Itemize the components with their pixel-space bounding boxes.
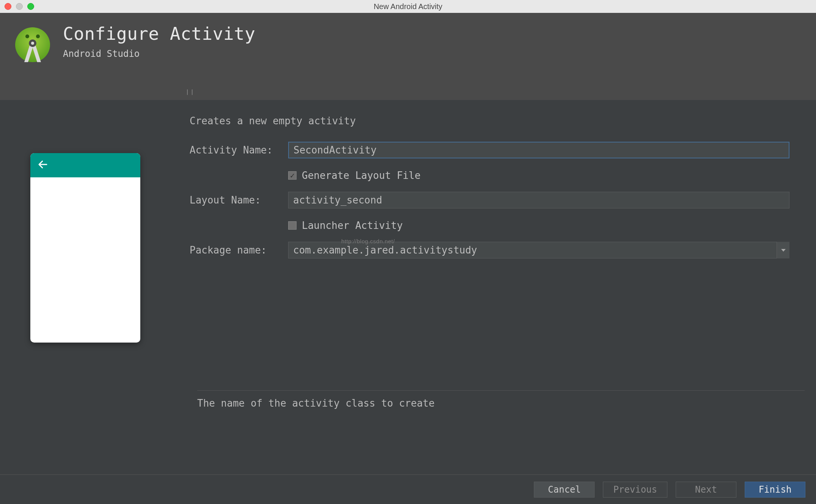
wizard-body: Creates a new empty activity Activity Na… xyxy=(0,100,816,343)
launcher-activity-checkbox[interactable] xyxy=(288,221,297,230)
wizard-subtitle: Android Studio xyxy=(63,49,256,59)
wizard-title: Configure Activity xyxy=(63,23,256,44)
android-studio-logo-icon xyxy=(14,26,52,64)
help-separator xyxy=(197,390,805,391)
window-minimize-button[interactable] xyxy=(16,3,23,10)
layout-name-label: Layout Name: xyxy=(190,194,288,206)
window-controls xyxy=(5,3,34,10)
form-column: Creates a new empty activity Activity Na… xyxy=(190,115,805,343)
activity-preview xyxy=(30,153,140,343)
svg-point-1 xyxy=(25,34,29,38)
window-title: New Android Activity xyxy=(0,2,816,11)
launcher-activity-label: Launcher Activity xyxy=(302,220,403,231)
cancel-button[interactable]: Cancel xyxy=(534,482,595,498)
generate-layout-checkbox[interactable] xyxy=(288,171,297,180)
layout-name-input[interactable] xyxy=(288,192,789,208)
package-name-label: Package name: xyxy=(190,244,288,256)
next-button[interactable]: Next xyxy=(676,482,736,498)
window-close-button[interactable] xyxy=(5,3,11,10)
wizard-header: Configure Activity Android Studio || xyxy=(0,13,816,100)
resize-grip: || xyxy=(186,89,195,95)
titlebar: New Android Activity xyxy=(0,0,816,13)
finish-button[interactable]: Finish xyxy=(745,482,805,498)
activity-name-input[interactable] xyxy=(288,142,789,158)
form-description: Creates a new empty activity xyxy=(190,115,789,127)
preview-column xyxy=(30,115,159,343)
svg-point-4 xyxy=(31,42,34,45)
wizard-footer: Cancel Previous Next Finish xyxy=(0,474,816,504)
preview-appbar xyxy=(30,153,140,177)
activity-name-label: Activity Name: xyxy=(190,144,288,156)
window-maximize-button[interactable] xyxy=(27,3,34,10)
help-text: The name of the activity class to create xyxy=(197,398,805,409)
package-name-dropdown-button[interactable] xyxy=(777,242,789,258)
generate-layout-label: Generate Layout File xyxy=(302,170,421,181)
watermark-text: http://blog.csdn.net/ xyxy=(341,238,395,244)
back-arrow-icon xyxy=(37,159,49,172)
svg-point-2 xyxy=(36,34,40,38)
previous-button[interactable]: Previous xyxy=(603,482,667,498)
